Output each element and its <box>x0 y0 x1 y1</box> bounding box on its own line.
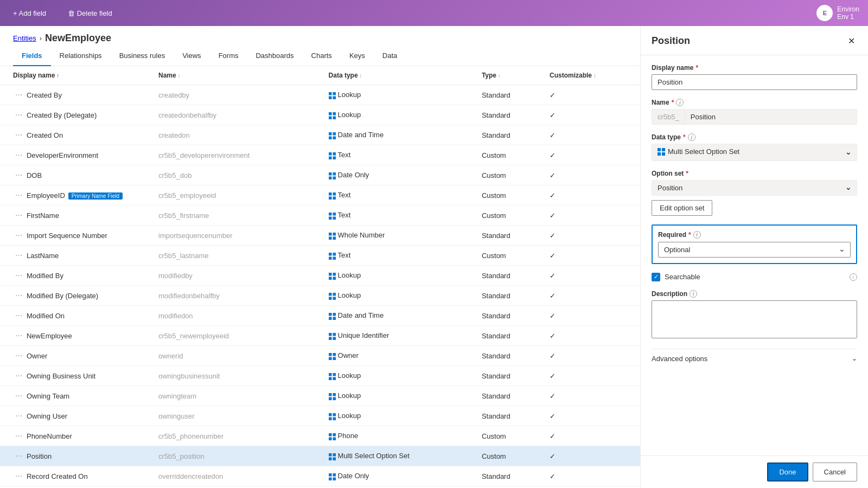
table-row[interactable]: ··· Created By (Delegate)createdonbehalf… <box>0 105 640 125</box>
tab-fields[interactable]: Fields <box>13 46 51 66</box>
table-row[interactable]: ··· Owning UserowninguserLookupStandard✓ <box>0 406 640 426</box>
data-type-label: Unique Identifier <box>338 331 390 339</box>
col-data-type[interactable]: Data type <box>322 66 475 85</box>
tab-data[interactable]: Data <box>374 46 406 66</box>
name-field-container: cr5b5_ Position <box>652 109 857 125</box>
row-menu-dots[interactable]: ··· <box>13 150 24 159</box>
row-menu-dots[interactable]: ··· <box>13 130 24 139</box>
cell-type: Standard <box>475 386 543 406</box>
advanced-options-section[interactable]: Advanced options ⌄ <box>652 349 857 368</box>
customizable-check: ✓ <box>550 432 556 440</box>
table-row[interactable]: ··· DeveloperEnvironmentcr5b5_developere… <box>0 145 640 165</box>
done-button[interactable]: Done <box>767 463 808 481</box>
table-row[interactable]: ··· Owning Business Unitowningbusinessun… <box>0 366 640 386</box>
required-select[interactable]: Optional Business Recommended Business R… <box>658 242 851 258</box>
tab-views[interactable]: Views <box>174 46 209 66</box>
searchable-checkbox[interactable] <box>652 273 660 281</box>
row-menu-dots[interactable]: ··· <box>13 371 24 380</box>
cell-name: cr5b5_firstname <box>152 206 322 226</box>
add-field-button[interactable]: + Add field <box>9 7 50 20</box>
row-menu-dots[interactable]: ··· <box>13 251 24 260</box>
required-select-wrapper[interactable]: Optional Business Recommended Business R… <box>658 242 851 258</box>
cell-customizable: ✓ <box>543 165 640 185</box>
cell-customizable: ✓ <box>543 226 640 246</box>
row-menu-dots[interactable]: ··· <box>13 331 24 340</box>
table-row[interactable]: ··· Import Sequence Numberimportsequence… <box>0 226 640 246</box>
row-menu-dots[interactable]: ··· <box>13 411 24 420</box>
table-row[interactable]: ··· DOBcr5b5_dobDate OnlyCustom✓ <box>0 165 640 185</box>
row-menu-dots[interactable]: ··· <box>13 471 24 480</box>
row-menu-dots[interactable]: ··· <box>13 110 24 119</box>
row-menu-dots[interactable]: ··· <box>13 271 24 280</box>
table-row[interactable]: ··· Created OncreatedonDate and TimeStan… <box>0 125 640 145</box>
row-menu-dots[interactable]: ··· <box>13 230 24 240</box>
row-menu-dots[interactable]: ··· <box>13 351 24 360</box>
row-menu-dots[interactable]: ··· <box>13 311 24 320</box>
table-row[interactable]: ··· PhoneNumbercr5b5_phonenumberPhoneCus… <box>0 426 640 446</box>
cell-name: overriddencreatedon <box>152 466 322 486</box>
panel-close-button[interactable]: ✕ <box>846 34 857 48</box>
table-row[interactable]: ··· NewEmployeecr5b5_newemployeeidUnique… <box>0 326 640 346</box>
cell-customizable: ✓ <box>543 366 640 386</box>
cell-name: ownerid <box>152 346 322 366</box>
customizable-check: ✓ <box>550 131 556 139</box>
tab-business-rules[interactable]: Business rules <box>111 46 174 66</box>
row-menu-dots[interactable]: ··· <box>13 210 24 220</box>
svg-rect-59 <box>333 377 336 380</box>
table-row[interactable]: ··· ReportingManagercr5b5_reportingmanag… <box>0 486 640 489</box>
cell-type: Standard <box>475 406 543 426</box>
display-name-input[interactable] <box>652 74 857 90</box>
cell-display-name: ··· DOB <box>0 165 152 185</box>
table-row[interactable]: ··· Modified BymodifiedbyLookupStandard✓ <box>0 266 640 286</box>
row-menu-dots[interactable]: ··· <box>13 431 24 440</box>
data-type-icon <box>329 393 336 400</box>
svg-rect-18 <box>329 176 332 179</box>
delete-field-button[interactable]: 🗑 Delete field <box>63 7 117 20</box>
data-type-icon <box>329 92 336 99</box>
table-row[interactable]: ··· Owning TeamowningteamLookupStandard✓ <box>0 386 640 406</box>
row-menu-dots[interactable]: ··· <box>13 170 24 179</box>
table-row[interactable]: ··· FirstNamecr5b5_firstnameTextCustom✓ <box>0 206 640 226</box>
cancel-button[interactable]: Cancel <box>813 463 857 481</box>
col-display-name[interactable]: Display name <box>0 66 152 85</box>
edit-option-set-button[interactable]: Edit option set <box>652 200 712 216</box>
breadcrumb-parent[interactable]: Entities <box>13 34 36 42</box>
description-info-icon[interactable]: i <box>690 290 697 298</box>
name-info-icon[interactable]: i <box>676 99 684 106</box>
table-row[interactable]: ··· OwnerowneridOwnerStandard✓ <box>0 346 640 366</box>
svg-rect-66 <box>329 417 332 420</box>
svg-rect-30 <box>329 236 332 240</box>
cell-display-name: ··· Modified By (Delegate) <box>0 286 152 306</box>
col-type[interactable]: Type <box>475 66 543 85</box>
table-row[interactable]: ··· Modified By (Delegate)modifiedonbeha… <box>0 286 640 306</box>
svg-rect-70 <box>329 437 332 440</box>
svg-rect-13 <box>333 152 336 156</box>
table-row[interactable]: ··· LastNamecr5b5_lastnameTextCustom✓ <box>0 246 640 266</box>
row-menu-dots[interactable]: ··· <box>13 391 24 400</box>
col-name[interactable]: Name <box>152 66 322 85</box>
required-info-icon[interactable]: i <box>693 231 701 239</box>
tab-dashboards[interactable]: Dashboards <box>247 46 302 66</box>
table-row[interactable]: ··· Record Created Onoverriddencreatedon… <box>0 466 640 486</box>
row-menu-dots[interactable]: ··· <box>13 90 24 99</box>
tab-keys[interactable]: Keys <box>341 46 374 66</box>
tab-forms[interactable]: Forms <box>210 46 247 66</box>
table-row[interactable]: ··· Created BycreatedbyLookupStandard✓ <box>0 85 640 105</box>
svg-rect-60 <box>329 393 332 396</box>
cell-type: Standard <box>475 346 543 366</box>
table-row[interactable]: ··· Positioncr5b5_positionMulti Select O… <box>0 446 640 466</box>
description-textarea[interactable] <box>652 300 857 338</box>
svg-rect-67 <box>333 417 336 420</box>
cell-type: Custom <box>475 206 543 226</box>
table-row[interactable]: ··· EmployeeIDPrimary Name Fieldcr5b5_em… <box>0 185 640 206</box>
svg-rect-43 <box>333 297 336 300</box>
table-row[interactable]: ··· Modified OnmodifiedonDate and TimeSt… <box>0 306 640 326</box>
row-menu-dots[interactable]: ··· <box>13 291 24 300</box>
row-menu-dots[interactable]: ··· <box>13 451 24 460</box>
tab-relationships[interactable]: Relationships <box>51 46 111 66</box>
tab-charts[interactable]: Charts <box>303 46 341 66</box>
searchable-info-icon[interactable]: i <box>850 273 857 281</box>
col-customizable[interactable]: Customizable <box>543 66 640 85</box>
data-type-info-icon[interactable]: i <box>688 133 695 141</box>
row-menu-dots[interactable]: ··· <box>13 190 24 200</box>
